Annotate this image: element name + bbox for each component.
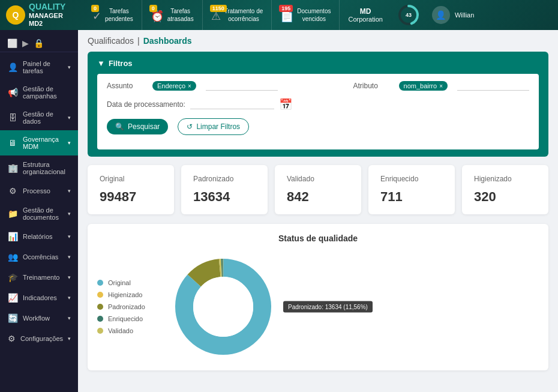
donut-tooltip: Padronizado: 13634 (11,56%) (283, 301, 373, 313)
atributo-close-icon[interactable]: × (439, 83, 443, 89)
documentos-icon: 📁 (7, 209, 18, 219)
sidebar-item-painel[interactable]: 👤 Painel de tarefas ▾ (0, 55, 78, 80)
nav-occurrences[interactable]: 1150 ⚠ Tratamento deocorrências (203, 0, 272, 30)
late-badge: 0 (149, 5, 157, 12)
nav-docs[interactable]: 195 📄 Documentosvencidos (272, 0, 340, 30)
sidebar-label-ocorrencias: Ocorrências (23, 253, 63, 261)
breadcrumb-separator: | (137, 36, 140, 46)
legend-enriquecido: Enriquecido (97, 315, 157, 322)
legend-label-padronizado: Padronizado (108, 303, 145, 310)
configuracoes-icon: ⚙ (7, 334, 16, 343)
nav-late[interactable]: 0 ⏰ Tarefasatrasadas (142, 0, 203, 30)
date-label: Data de processamento: (107, 100, 185, 109)
user-avatar: 👤 (432, 6, 450, 24)
sidebar-item-processo[interactable]: ⚙ Processo ▾ (0, 181, 78, 201)
sidebar-label-governanca: Governança MDM (23, 136, 63, 150)
configuracoes-arrow: ▾ (68, 336, 71, 342)
stat-card-original: Original 99487 (88, 165, 174, 214)
sidebar-item-treinamento[interactable]: 🎓 Treinamento ▾ (0, 267, 78, 288)
governanca-arrow: ▾ (68, 140, 71, 146)
nav-pending[interactable]: 0 ✓ Tarefaspendentes (84, 0, 142, 30)
filter-section: ▼ Filtros Assunto Endereço × Atributo no… (88, 52, 548, 157)
processo-icon: ⚙ (7, 186, 18, 196)
pending-text: Tarefaspendentes (105, 7, 133, 23)
sidebar-item-documentos[interactable]: 📁 Gestão de documentos ▾ (0, 201, 78, 226)
sidebar: ⬜ ▶ 🔒 👤 Painel de tarefas ▾ 📢 Gestão de … (0, 30, 78, 392)
search-button[interactable]: 🔍 Pesquisar (107, 119, 168, 134)
legend-dot-validado (97, 328, 103, 334)
atributo-tag[interactable]: nom_bairro × (399, 81, 448, 91)
topnav: Q QUALITYMANAGERMD2 0 ✓ Tarefaspendentes… (0, 0, 558, 30)
stat-card-higienizado: Higienizado 320 (462, 165, 548, 214)
stats-row: Original 99487 Padronizado 13634 Validad… (88, 165, 548, 214)
assunto-input[interactable] (206, 82, 278, 91)
clear-button-label: Limpar Filtros (196, 122, 240, 131)
docs-badge: 195 (279, 5, 293, 12)
sidebar-label-campanhas: Gestão de campanhas (23, 85, 71, 100)
assunto-tag[interactable]: Endereço × (152, 81, 196, 91)
sidebar-item-workflow[interactable]: 🔄 Workflow ▾ (0, 308, 78, 328)
legend-padronizado: Padronizado (97, 303, 157, 310)
clear-button[interactable]: ↺ Limpar Filtros (178, 118, 249, 135)
sidebar-top-icons: ⬜ ▶ 🔒 (0, 35, 78, 52)
legend-dot-original (97, 280, 103, 286)
sidebar-item-dados[interactable]: 🗄 Gestão de dados ▾ (0, 105, 78, 130)
progress-value: 43 (406, 12, 412, 18)
filter-actions-row: 🔍 Pesquisar ↺ Limpar Filtros (107, 118, 529, 135)
atributo-input[interactable] (457, 82, 529, 91)
breadcrumb-parent: Qualificados (88, 36, 134, 46)
workflow-arrow: ▾ (68, 315, 71, 321)
indicadores-icon: 📈 (7, 293, 18, 303)
legend-label-validado: Validado (108, 327, 133, 334)
filter-body: Assunto Endereço × Atributo nom_bairro × (97, 74, 539, 149)
filter-date-row: Data de processamento: 📅 (107, 98, 529, 111)
legend-label-higienizado: Higienizado (108, 291, 142, 298)
sidebar-item-ocorrencias[interactable]: 👥 Ocorrências ▾ (0, 247, 78, 267)
sidebar-item-campanhas[interactable]: 📢 Gestão de campanhas (0, 80, 78, 105)
assunto-close-icon[interactable]: × (188, 83, 191, 89)
stat-value-higienizado: 320 (474, 189, 536, 205)
nav-user: 👤 Willian (426, 6, 480, 24)
sidebar-label-configuracoes: Configurações (20, 335, 63, 342)
dados-arrow: ▾ (68, 115, 71, 121)
occurrences-badge: 1150 (210, 5, 227, 12)
assunto-tag-text: Endereço (157, 82, 185, 89)
calendar-icon[interactable]: 📅 (279, 98, 292, 111)
copy-icon[interactable]: ⬜ (7, 38, 17, 48)
filter-header[interactable]: ▼ Filtros (97, 59, 539, 68)
main-content: Qualificados | Dashboards ▼ Filtros Assu… (78, 30, 558, 392)
docs-text: Documentosvencidos (297, 7, 331, 23)
date-input[interactable] (190, 100, 274, 109)
sidebar-item-relatorios[interactable]: 📊 Relatórios ▾ (0, 226, 78, 247)
legend-validado: Validado (97, 327, 157, 334)
sidebar-item-governanca[interactable]: 🖥 Governança MDM ▾ (0, 130, 78, 155)
stat-title-padronizado: Padronizado (193, 175, 256, 183)
logo-text: QUALITYMANAGERMD2 (29, 2, 65, 28)
governanca-icon: 🖥 (7, 138, 18, 148)
lock-icon[interactable]: 🔒 (34, 38, 44, 48)
atributo-label: Atributo (353, 82, 389, 90)
stat-title-validado: Validado (287, 175, 349, 183)
documentos-arrow: ▾ (68, 211, 71, 217)
filter-row-1: Assunto Endereço × Atributo nom_bairro × (107, 81, 529, 91)
search-button-label: Pesquisar (128, 122, 160, 131)
legend-label-enriquecido: Enriquecido (108, 315, 143, 322)
stat-card-enriquecido: Enriquecido 711 (368, 165, 455, 214)
sidebar-item-estrutura[interactable]: 🏢 Estrutura organizacional (0, 155, 78, 181)
legend-dot-higienizado (97, 292, 103, 298)
company-line1: MD (360, 7, 371, 16)
workflow-icon: 🔄 (7, 313, 18, 323)
sidebar-item-configuracoes[interactable]: ⚙ Configurações ▾ (0, 328, 78, 349)
indicadores-arrow: ▾ (68, 295, 71, 301)
processo-arrow: ▾ (68, 188, 71, 194)
stat-title-higienizado: Higienizado (474, 175, 536, 183)
chart-area: Original Higienizado Padronizado Enrique… (97, 253, 539, 361)
ocorrencias-icon: 👥 (7, 252, 18, 262)
stat-title-original: Original (100, 175, 162, 183)
treinamento-icon: 🎓 (7, 273, 18, 282)
ocorrencias-arrow: ▾ (68, 254, 71, 260)
sidebar-item-indicadores[interactable]: 📈 Indicadores ▾ (0, 288, 78, 308)
forward-icon[interactable]: ▶ (22, 38, 29, 48)
layout: ⬜ ▶ 🔒 👤 Painel de tarefas ▾ 📢 Gestão de … (0, 30, 558, 392)
breadcrumb-current: Dashboards (143, 36, 192, 46)
